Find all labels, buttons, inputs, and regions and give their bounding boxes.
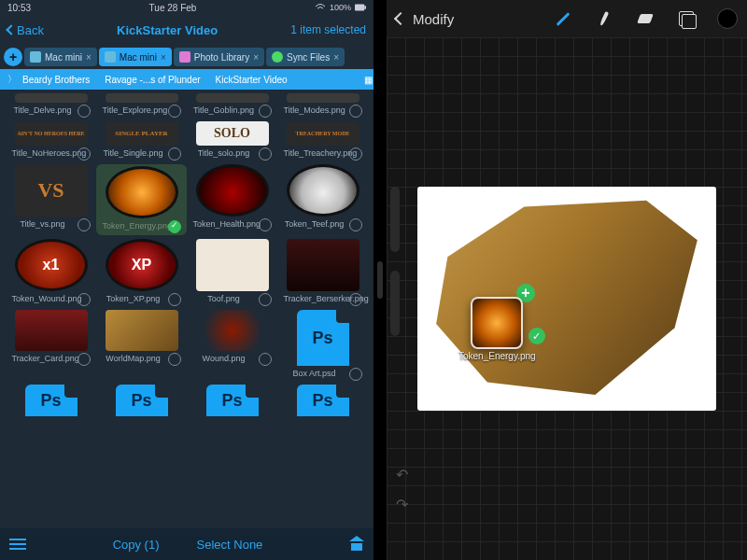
select-toggle[interactable] — [259, 147, 272, 161]
dragged-file[interactable]: Token_Energy.png ✓ — [458, 297, 536, 361]
file-item[interactable]: Tracker_Card.png — [6, 310, 96, 381]
undo-button[interactable]: ↶ — [392, 465, 411, 483]
select-toggle[interactable] — [349, 368, 362, 381]
file-item[interactable]: Token_Health.png — [187, 164, 277, 235]
eraser-tool[interactable] — [635, 8, 655, 29]
check-icon: ✓ — [529, 328, 545, 344]
select-toggle[interactable] — [78, 353, 91, 366]
dragged-file-name: Token_Energy.png — [458, 351, 536, 361]
thumbnail: VS — [15, 164, 88, 217]
select-none-button[interactable]: Select None — [197, 538, 263, 552]
file-item[interactable]: WorldMap.png — [96, 310, 187, 381]
tab-label: Mac mini — [45, 52, 82, 63]
select-toggle[interactable] — [259, 353, 272, 366]
file-item[interactable]: XPToken_XP.png — [96, 239, 187, 306]
file-name: Token_Teef.png — [284, 220, 345, 230]
select-toggle[interactable] — [78, 218, 91, 231]
select-toggle[interactable] — [349, 218, 362, 231]
brush-size-slider[interactable] — [390, 187, 400, 252]
split-view-handle[interactable] — [374, 0, 387, 560]
close-icon[interactable]: × — [333, 52, 339, 63]
select-toggle[interactable] — [168, 105, 181, 118]
file-item[interactable]: Title_Explore.png — [96, 93, 187, 118]
opacity-slider[interactable] — [390, 271, 400, 336]
dragged-thumbnail — [471, 297, 523, 349]
copy-button[interactable]: Copy (1) — [113, 538, 160, 552]
thumbnail: SOLO — [196, 121, 269, 146]
select-toggle[interactable] — [349, 105, 362, 118]
select-toggle[interactable] — [259, 218, 272, 231]
back-button[interactable]: Back — [7, 23, 44, 37]
select-toggle[interactable] — [259, 105, 272, 118]
file-grid[interactable]: Title_Delve.png Title_Explore.png Title_… — [0, 90, 374, 528]
select-toggle[interactable] — [168, 220, 181, 233]
crumb-view-toggle[interactable]: ▦ — [357, 75, 374, 85]
canvas[interactable]: + Token_Energy.png ✓ — [417, 187, 716, 411]
file-item[interactable]: SOLOTitle_solo.png — [187, 121, 277, 161]
file-browser-app: 10:53 Tue 28 Feb 100% Back KickStarter V… — [0, 0, 374, 560]
file-item[interactable]: Token_Teef.png — [277, 164, 368, 235]
smudge-tool[interactable] — [594, 8, 614, 29]
tab-label: Mac mini — [120, 52, 157, 63]
tab-sync-files[interactable]: Sync Files× — [266, 48, 345, 66]
select-toggle[interactable] — [349, 293, 362, 306]
drawing-toolbar: Modify — [387, 0, 747, 37]
file-item[interactable]: Tracker_Berserker.png — [277, 239, 368, 306]
file-item[interactable]: SINGLE PLAYERTitle_Single.png — [96, 121, 187, 161]
file-item[interactable]: x1Token_Wound.png — [6, 239, 96, 306]
layers-button[interactable] — [676, 8, 697, 29]
file-item[interactable]: Title_Goblin.png — [187, 93, 277, 118]
close-icon[interactable]: × — [86, 52, 92, 63]
sync-icon — [272, 51, 283, 63]
select-toggle[interactable] — [168, 293, 181, 306]
select-toggle[interactable] — [78, 105, 91, 118]
color-swatch[interactable] — [717, 8, 738, 29]
tab-mac-mini-1[interactable]: Mac mini× — [24, 48, 97, 66]
crumb-root[interactable]: 〉 — [0, 73, 15, 86]
crumb-1[interactable]: Beardy Brothers — [15, 75, 97, 85]
file-item[interactable]: PsBox Art.psd — [277, 310, 368, 381]
home-button[interactable] — [349, 538, 364, 551]
select-toggle[interactable] — [349, 147, 362, 161]
file-item[interactable]: Ps — [187, 385, 277, 416]
page-title: KickStarter Video — [117, 23, 218, 37]
file-item-selected[interactable]: Token_Energy.png — [96, 164, 187, 235]
file-item[interactable]: VSTitle_vs.png — [6, 164, 96, 235]
file-item[interactable]: Ps — [277, 385, 368, 416]
select-toggle[interactable] — [168, 147, 181, 161]
photos-icon — [179, 51, 190, 63]
select-toggle[interactable] — [168, 353, 181, 366]
file-item[interactable]: Title_Delve.png — [6, 93, 96, 118]
crumb-2[interactable]: Ravage -...s of Plunder — [97, 75, 207, 85]
close-icon[interactable]: × — [161, 52, 166, 63]
breadcrumb: 〉 Beardy Brothers Ravage -...s of Plunde… — [0, 69, 374, 90]
add-tab-button[interactable]: + — [4, 48, 22, 66]
select-toggle[interactable] — [259, 293, 272, 306]
file-item[interactable]: Title_Modes.png — [277, 93, 368, 118]
select-toggle[interactable] — [78, 293, 91, 306]
canvas-side-tools: ↶ ↷ — [392, 465, 411, 513]
menu-button[interactable] — [9, 539, 26, 550]
file-item[interactable]: Toof.png — [187, 239, 277, 306]
eraser-icon — [637, 14, 654, 23]
redo-button[interactable]: ↷ — [392, 495, 411, 513]
title-bar: Back KickStarter Video 1 item selected — [0, 15, 374, 45]
file-item[interactable]: Ps — [6, 385, 96, 416]
file-item[interactable]: TREACHERY MODETitle_Treachery.png — [277, 121, 368, 161]
canvas-area[interactable]: + Token_Energy.png ✓ ↶ ↷ — [387, 37, 747, 560]
brush-tool[interactable] — [553, 8, 573, 29]
tab-photo-library[interactable]: Photo Library× — [174, 48, 264, 66]
status-bar: 10:53 Tue 28 Feb 100% — [0, 0, 374, 15]
file-item[interactable]: Wound.png — [187, 310, 277, 381]
psd-icon: Ps — [206, 385, 259, 416]
file-item[interactable]: AIN'T NO HEROES HERETitle_NoHeroes.png — [6, 121, 96, 161]
tab-mac-mini-2[interactable]: Mac mini× — [99, 48, 172, 66]
psd-icon: Ps — [116, 385, 168, 416]
select-toggle[interactable] — [78, 147, 91, 161]
crumb-3[interactable]: KickStarter Video — [208, 75, 357, 85]
file-item[interactable]: Ps — [96, 385, 187, 416]
thumbnail: XP — [106, 239, 178, 291]
chevron-left-icon[interactable] — [394, 12, 407, 25]
close-icon[interactable]: × — [253, 52, 259, 63]
thumbnail: SINGLE PLAYER — [106, 121, 178, 146]
